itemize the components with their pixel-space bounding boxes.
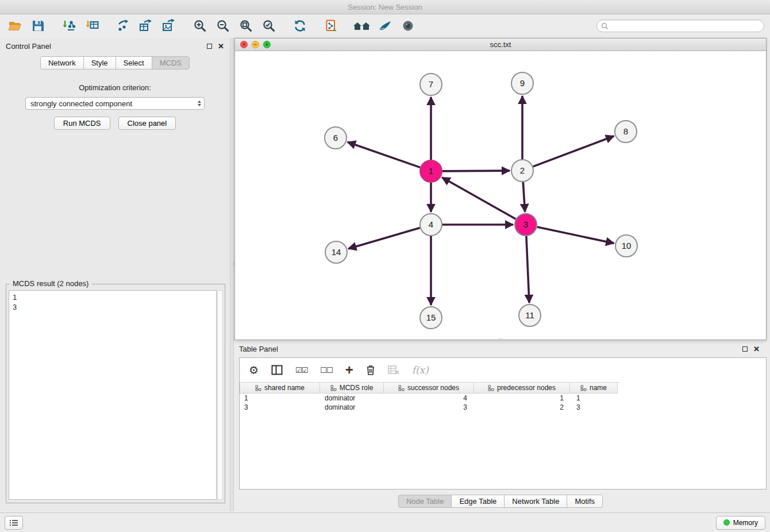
table-float-icon[interactable] <box>742 346 748 352</box>
tab-node-table[interactable]: Node Table <box>398 495 452 508</box>
horizontal-splitter-grip[interactable]: ⋯ <box>498 337 503 340</box>
automation-panel-button[interactable] <box>5 516 23 530</box>
tab-style[interactable]: Style <box>83 56 116 70</box>
import-table-icon <box>85 19 99 33</box>
node-6[interactable]: 6 <box>325 127 346 149</box>
window-titlebar: Session: New Session <box>0 0 770 14</box>
edge-1-6[interactable] <box>348 142 420 167</box>
network-canvas[interactable]: 7968124314101511 <box>235 51 766 340</box>
memory-button[interactable]: Memory <box>716 516 765 530</box>
column-browser-button[interactable] <box>271 365 283 375</box>
unselect-all-columns-button[interactable]: ☐☐ <box>320 366 332 375</box>
svg-text:14: 14 <box>332 247 341 257</box>
search-box[interactable] <box>596 20 764 32</box>
zoom-out-button[interactable] <box>214 17 232 35</box>
control-panel: Control Panel ✕ NetworkStyleSelectMCDS O… <box>0 38 230 511</box>
zoom-fit-button[interactable] <box>237 17 255 35</box>
eye-icon <box>401 19 415 33</box>
table-cell[interactable]: 1 <box>475 394 572 402</box>
trash-icon <box>366 365 375 375</box>
tab-network[interactable]: Network <box>40 56 84 70</box>
optimization-select[interactable]: strongly connected component <box>25 97 205 110</box>
edge-3-1[interactable] <box>442 178 515 219</box>
node-11[interactable]: 11 <box>519 304 541 326</box>
edge-3-10[interactable] <box>537 227 614 243</box>
style-brush-icon <box>378 19 392 33</box>
table-row[interactable]: 3dominator323 <box>240 403 620 412</box>
node-14[interactable]: 14 <box>325 241 347 263</box>
edge-3-11[interactable] <box>526 236 529 303</box>
table-row[interactable]: 1dominator411 <box>240 394 620 403</box>
node-8[interactable]: 8 <box>615 121 637 142</box>
node-10[interactable]: 10 <box>615 235 637 257</box>
table-cell[interactable]: 2 <box>475 403 572 411</box>
column-header-name[interactable]: name <box>569 383 618 394</box>
close-panel-button[interactable]: Close panel <box>118 117 176 130</box>
table-cell[interactable]: dominator <box>320 394 384 402</box>
gear-icon: ⚙ <box>249 364 259 377</box>
table-cell[interactable]: 1 <box>572 394 620 402</box>
svg-text:8: 8 <box>623 126 628 136</box>
home-panels-button[interactable] <box>353 17 371 35</box>
float-panel-icon[interactable] <box>207 44 212 49</box>
close-panel-icon[interactable]: ✕ <box>218 43 224 50</box>
node-9[interactable]: 9 <box>511 72 533 94</box>
save-session-button[interactable] <box>29 17 47 35</box>
node-7[interactable]: 7 <box>420 74 442 95</box>
export-image-button[interactable] <box>160 17 178 35</box>
edge-4-14[interactable] <box>348 228 420 249</box>
column-header-predecessor-nodes[interactable]: predecessor nodes <box>473 383 570 394</box>
select-all-columns-button[interactable]: ☑☑ <box>295 366 307 375</box>
table-cell[interactable]: 3 <box>240 403 320 411</box>
network-graph[interactable]: 7968124314101511 <box>235 51 766 340</box>
tab-network-table[interactable]: Network Table <box>504 495 567 508</box>
mcds-result-text[interactable]: 1 3 <box>9 290 217 500</box>
zoom-in-button[interactable] <box>191 17 209 35</box>
table-cell[interactable]: dominator <box>320 403 384 411</box>
memory-label: Memory <box>733 519 758 527</box>
column-header-shared-name[interactable]: shared name <box>240 383 320 394</box>
level-of-detail-button[interactable] <box>399 17 417 35</box>
table-cell[interactable]: 3 <box>572 403 620 411</box>
export-network-button[interactable] <box>114 17 132 35</box>
edge-1-2[interactable] <box>442 171 510 171</box>
zoom-selected-button[interactable] <box>260 17 278 35</box>
node-2[interactable]: 2 <box>511 160 533 182</box>
tab-motifs[interactable]: Motifs <box>567 495 603 508</box>
network-window: × − + scc.txt 7968124314101511 ⋯ <box>234 38 767 340</box>
delete-table-button[interactable] <box>388 365 399 375</box>
column-header-mcds-role[interactable]: MCDS role <box>319 383 384 394</box>
style-brush-button[interactable] <box>376 17 394 35</box>
table-settings-button[interactable]: ⚙ <box>249 364 259 377</box>
table-area: ⚙ ☑☑ ☐☐ + f(x) shared nameMCDS rolesucce… <box>239 357 767 489</box>
vertical-splitter[interactable]: ⋮ <box>230 38 234 511</box>
table-close-icon[interactable]: ✕ <box>753 345 760 353</box>
table-cell[interactable]: 3 <box>384 403 475 411</box>
edge-2-8[interactable] <box>533 136 614 167</box>
function-builder-button[interactable]: f(x) <box>412 364 429 376</box>
tab-edge-table[interactable]: Edge Table <box>451 495 505 508</box>
node-3[interactable]: 3 <box>515 214 537 236</box>
import-network-button[interactable] <box>60 17 78 35</box>
result-scrollbar[interactable] <box>217 290 223 500</box>
edge-2-3[interactable] <box>523 182 525 212</box>
node-1[interactable]: 1 <box>420 160 442 182</box>
search-input[interactable] <box>611 22 760 30</box>
zoom-in-icon <box>193 19 207 33</box>
delete-column-button[interactable] <box>366 365 375 375</box>
clone-network-button[interactable] <box>322 17 340 35</box>
table-cell[interactable]: 1 <box>240 394 320 402</box>
run-mcds-button[interactable]: Run MCDS <box>54 117 110 130</box>
tab-mcds[interactable]: MCDS <box>152 56 190 70</box>
column-type-icon <box>398 385 405 391</box>
open-session-button[interactable] <box>6 17 24 35</box>
export-table-button[interactable] <box>137 17 155 35</box>
add-column-button[interactable]: + <box>345 363 353 377</box>
import-table-button[interactable] <box>83 17 101 35</box>
refresh-layout-button[interactable] <box>291 17 309 35</box>
tab-select[interactable]: Select <box>116 56 152 70</box>
table-cell[interactable]: 4 <box>384 394 475 402</box>
node-4[interactable]: 4 <box>420 214 442 236</box>
node-15[interactable]: 15 <box>420 307 442 329</box>
column-header-successor-nodes[interactable]: successor nodes <box>383 383 474 394</box>
